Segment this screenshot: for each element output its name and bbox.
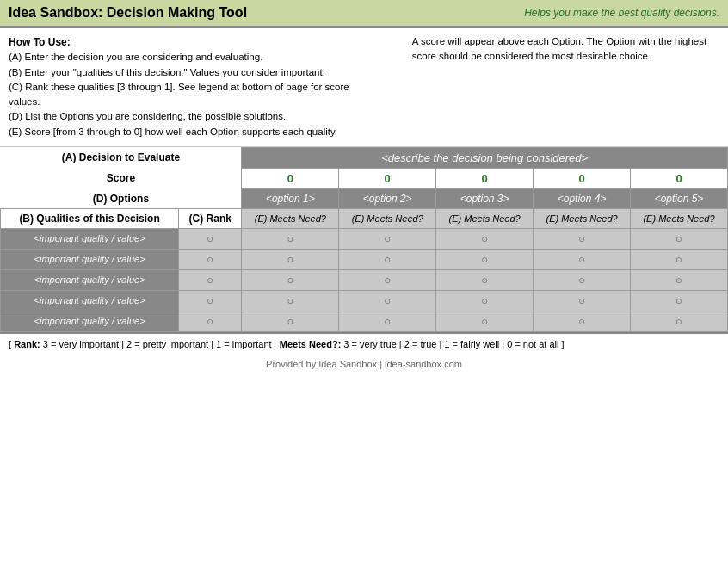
data-1-4[interactable]: ○ — [631, 249, 728, 269]
step-e: (E) Score [from 3 through to 0] how well… — [9, 126, 337, 137]
data-0-2[interactable]: ○ — [436, 228, 534, 249]
option-1[interactable]: <option 2> — [339, 188, 436, 208]
data-1-0[interactable]: ○ — [242, 249, 339, 269]
quality-row-4: <important quality / value> ○ ○ ○ ○ ○ ○ — [1, 311, 728, 331]
meets-need-header-1: (E) Meets Need? — [339, 208, 436, 228]
credit-text: Provided by Idea Sandbox | idea-sandbox.… — [266, 359, 462, 369]
quality-row-2: <important quality / value> ○ ○ ○ ○ ○ ○ — [1, 269, 728, 290]
data-0-1[interactable]: ○ — [339, 228, 436, 249]
score-4: 0 — [631, 168, 728, 188]
data-4-3[interactable]: ○ — [534, 311, 631, 331]
score-3: 0 — [534, 168, 631, 188]
option-2[interactable]: <option 3> — [436, 188, 534, 208]
data-2-2[interactable]: ○ — [436, 269, 534, 290]
data-2-4[interactable]: ○ — [631, 269, 728, 290]
how-to-right-text: A score will appear above each Option. T… — [412, 36, 706, 61]
quality-2[interactable]: <important quality / value> — [1, 269, 179, 290]
qualities-header: (B) Qualities of this Decision — [1, 208, 179, 228]
quality-row-3: <important quality / value> ○ ○ ○ ○ ○ ○ — [1, 290, 728, 311]
score-label: Score — [1, 168, 242, 188]
data-3-3[interactable]: ○ — [534, 290, 631, 311]
rank-0[interactable]: ○ — [179, 228, 242, 249]
rank-3[interactable]: ○ — [179, 290, 242, 311]
data-2-1[interactable]: ○ — [339, 269, 436, 290]
rank-legend: [ Rank: 3 = very important | 2 = pretty … — [9, 339, 565, 349]
main-table: (A) Decision to Evaluate <describe the d… — [0, 147, 728, 332]
options-label: (D) Options — [1, 188, 242, 208]
data-2-3[interactable]: ○ — [534, 269, 631, 290]
score-1: 0 — [339, 168, 436, 188]
score-2: 0 — [436, 168, 534, 188]
step-a: (A) Enter the decision you are consideri… — [9, 52, 262, 62]
data-2-0[interactable]: ○ — [242, 269, 339, 290]
data-4-0[interactable]: ○ — [242, 311, 339, 331]
quality-0[interactable]: <important quality / value> — [1, 228, 179, 249]
footer-credit: Provided by Idea Sandbox | idea-sandbox.… — [0, 354, 728, 376]
how-to-right: A score will appear above each Option. T… — [395, 34, 719, 139]
data-3-4[interactable]: ○ — [631, 290, 728, 311]
decision-label: (A) Decision to Evaluate — [1, 147, 242, 168]
meets-need-header-2: (E) Meets Need? — [436, 208, 534, 228]
meets-need-header-3: (E) Meets Need? — [534, 208, 631, 228]
step-c: (C) Rank these qualities [3 through 1]. … — [9, 82, 349, 107]
step-d: (D) List the Options you are considering… — [9, 111, 286, 121]
data-1-2[interactable]: ○ — [436, 249, 534, 269]
rank-4[interactable]: ○ — [179, 311, 242, 331]
meets-need-header-4: (E) Meets Need? — [631, 208, 728, 228]
data-4-4[interactable]: ○ — [631, 311, 728, 331]
option-0[interactable]: <option 1> — [242, 188, 339, 208]
footer-legend: [ Rank: 3 = very important | 2 = pretty … — [0, 332, 728, 354]
step-b: (B) Enter your "qualities of this decisi… — [9, 67, 325, 77]
how-to-heading: How To Use: — [9, 36, 71, 48]
column-headers-row: (B) Qualities of this Decision (C) Rank … — [1, 208, 728, 228]
data-3-2[interactable]: ○ — [436, 290, 534, 311]
quality-row-1: <important quality / value> ○ ○ ○ ○ ○ ○ — [1, 249, 728, 269]
quality-row-0: <important quality / value> ○ ○ ○ ○ ○ ○ — [1, 228, 728, 249]
header: Idea Sandbox: Decision Making Tool Helps… — [0, 0, 728, 28]
data-0-0[interactable]: ○ — [242, 228, 339, 249]
app-title: Idea Sandbox: Decision Making Tool — [9, 5, 247, 21]
data-1-3[interactable]: ○ — [534, 249, 631, 269]
decision-input[interactable]: <describe the decision being considered> — [242, 147, 728, 168]
meets-need-header-0: (E) Meets Need? — [242, 208, 339, 228]
rank-1[interactable]: ○ — [179, 249, 242, 269]
option-4[interactable]: <option 5> — [631, 188, 728, 208]
option-3[interactable]: <option 4> — [534, 188, 631, 208]
quality-3[interactable]: <important quality / value> — [1, 290, 179, 311]
data-1-1[interactable]: ○ — [339, 249, 436, 269]
data-3-1[interactable]: ○ — [339, 290, 436, 311]
how-to-left: How To Use: (A) Enter the decision you a… — [9, 34, 378, 139]
data-0-4[interactable]: ○ — [631, 228, 728, 249]
score-0: 0 — [242, 168, 339, 188]
quality-1[interactable]: <important quality / value> — [1, 249, 179, 269]
quality-4[interactable]: <important quality / value> — [1, 311, 179, 331]
data-4-1[interactable]: ○ — [339, 311, 436, 331]
rank-header: (C) Rank — [179, 208, 242, 228]
how-to-use-section: How To Use: (A) Enter the decision you a… — [0, 28, 728, 147]
data-3-0[interactable]: ○ — [242, 290, 339, 311]
data-0-3[interactable]: ○ — [534, 228, 631, 249]
score-row: Score 0 0 0 0 0 — [1, 168, 728, 188]
decision-row: (A) Decision to Evaluate <describe the d… — [1, 147, 728, 168]
tagline: Helps you make the best quality decision… — [524, 7, 719, 19]
options-row: (D) Options <option 1> <option 2> <optio… — [1, 188, 728, 208]
rank-2[interactable]: ○ — [179, 269, 242, 290]
data-4-2[interactable]: ○ — [436, 311, 534, 331]
